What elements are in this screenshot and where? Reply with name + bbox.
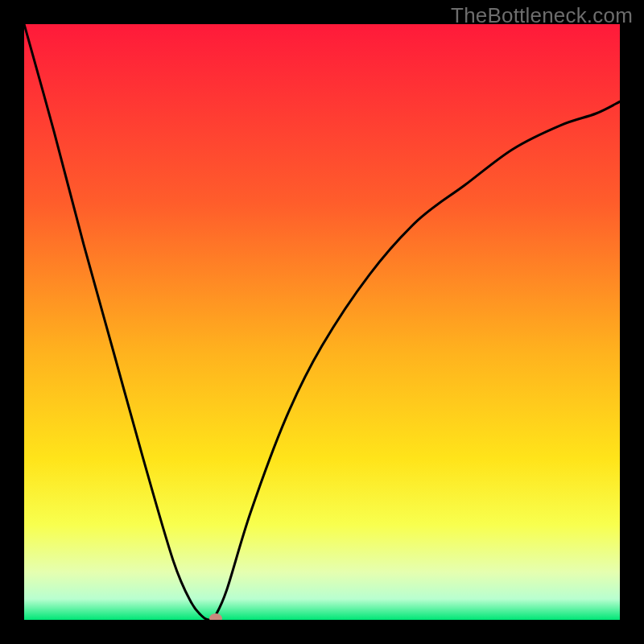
chart-frame: TheBottleneck.com xyxy=(0,0,644,644)
bottleneck-curve xyxy=(24,24,620,620)
watermark-text: TheBottleneck.com xyxy=(451,3,633,28)
minimum-marker xyxy=(209,613,222,620)
plot-area xyxy=(24,24,620,620)
